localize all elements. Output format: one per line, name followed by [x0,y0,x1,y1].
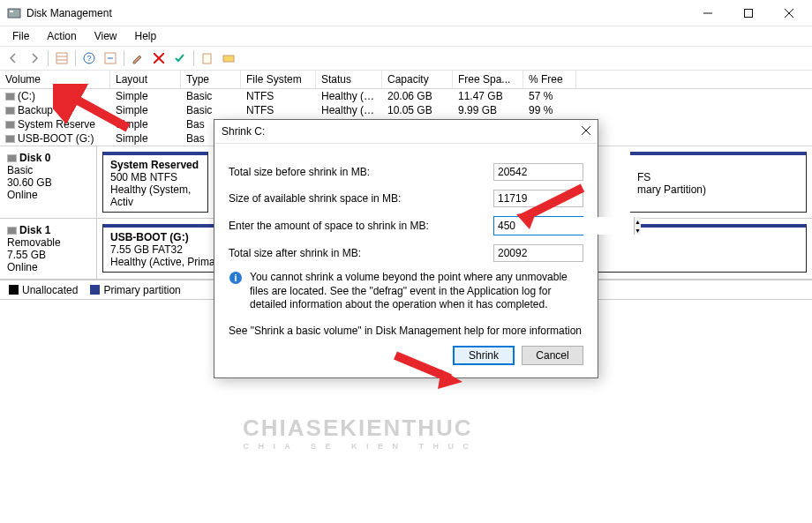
lbl-available: Size of available shrink space in MB: [229,192,493,205]
part-tail-fs: FS [637,171,650,183]
col-status[interactable]: Status [316,71,382,88]
window-title: Disk Management [26,7,695,19]
col-volume[interactable]: Volume [0,71,110,88]
disk-0-info[interactable]: Disk 0 Basic 30.60 GB Online [0,146,97,218]
col-fs[interactable]: File System [241,71,316,88]
svg-text:i: i [234,273,237,283]
svg-rect-0 [8,9,20,18]
col-type[interactable]: Type [181,71,241,88]
help-icon[interactable]: ? [79,49,99,68]
disk-1-type: Removable [7,236,61,249]
disk-1-info[interactable]: Disk 1 Removable 7.55 GB Online [0,219,97,279]
cancel-button[interactable]: Cancel [522,346,583,365]
svg-rect-1 [10,11,13,12]
menu-help[interactable]: Help [128,28,164,44]
refresh-icon[interactable] [101,49,120,68]
val-available: 11719 [493,190,583,207]
spin-up-icon[interactable]: ▲ [635,217,641,226]
part-title: USB-BOOT (G:) [110,231,189,243]
disk-1-status: Online [7,261,38,273]
watermark: CHIASEKIENTHUCC H I A S E K I E N T H U … [243,415,473,451]
legend-unallocated: Unallocated [22,284,78,296]
new-icon[interactable] [198,49,217,68]
disk-icon [7,154,17,162]
info-icon: i [229,271,243,312]
shrink-amount-input[interactable] [494,217,634,235]
shrink-amount-spinner[interactable]: ▲ ▼ [493,216,583,235]
app-icon [7,6,21,20]
col-free[interactable]: Free Spa... [453,71,523,88]
table-row[interactable]: BackupSimpleBasicNTFSHealthy (P...10.05 … [0,103,812,117]
disk-0-status: Online [7,189,38,201]
lbl-total-after: Total size after shrink in MB: [229,247,493,259]
col-capacity[interactable]: Capacity [382,71,453,88]
toolbar: ? [0,46,812,71]
legend-primary: Primary partition [103,284,180,296]
disk-icon [7,227,17,235]
dialog-titlebar: Shrink C: [214,120,598,144]
swatch-unallocated [9,285,19,295]
back-icon[interactable] [4,49,23,68]
part-sub: 7.55 GB FAT32 [110,243,183,256]
svg-rect-15 [223,56,234,62]
table-icon[interactable] [52,49,71,68]
part-sub: 500 MB NTFS [110,171,177,183]
partition-system-reserved[interactable]: System Reserved 500 MB NTFS Healthy (Sys… [102,152,208,213]
disk-0-name: Disk 0 [19,152,50,164]
col-layout[interactable]: Layout [110,71,181,88]
spin-down-icon[interactable]: ▼ [635,226,641,235]
part-title: System Reserved [110,159,199,171]
titlebar: Disk Management [0,0,812,26]
menubar: File Action View Help [0,26,812,46]
info-text: You cannot shrink a volume beyond the po… [250,271,583,312]
disk-1-name: Disk 1 [19,224,50,236]
val-total-after: 20092 [493,244,583,262]
swatch-primary [90,285,100,295]
dialog-close-icon[interactable] [582,125,590,138]
properties-icon[interactable] [128,49,147,68]
svg-rect-3 [745,9,753,17]
minimize-button[interactable] [695,4,720,23]
svg-text:?: ? [86,54,91,63]
val-total-before: 20542 [493,163,583,181]
dialog-title: Shrink C: [222,125,582,138]
part-health: Healthy (System, Activ [110,183,191,208]
maximize-button[interactable] [736,4,761,23]
table-row[interactable]: (C:)SimpleBasicNTFSHealthy (B...20.06 GB… [0,89,812,103]
lbl-total-before: Total size before shrink in MB: [229,166,493,178]
check-icon[interactable] [170,49,190,68]
disk-0-size: 30.60 GB [7,176,52,189]
menu-file[interactable]: File [5,28,36,44]
menu-action[interactable]: Action [40,28,83,44]
partition-tail[interactable]: FS mary Partition) [630,152,807,213]
disk-0-type: Basic [7,164,33,176]
svg-rect-14 [203,54,211,64]
column-headers: Volume Layout Type File System Status Ca… [0,71,812,89]
close-button[interactable] [777,4,801,23]
col-pct[interactable]: % Free [523,71,576,88]
delete-icon[interactable] [149,49,169,68]
forward-icon[interactable] [25,49,44,68]
disk-1-size: 7.55 GB [7,249,46,261]
shrink-dialog: Shrink C: Total size before shrink in MB… [214,119,598,378]
svg-rect-6 [56,53,67,64]
menu-view[interactable]: View [87,28,124,44]
partition-icon[interactable] [219,49,238,68]
see-text: See "Shrink a basic volume" in Disk Mana… [229,325,583,337]
lbl-amount: Enter the amount of space to shrink in M… [229,220,493,232]
shrink-button[interactable]: Shrink [453,346,515,365]
part-tail-health: mary Partition) [637,183,706,196]
